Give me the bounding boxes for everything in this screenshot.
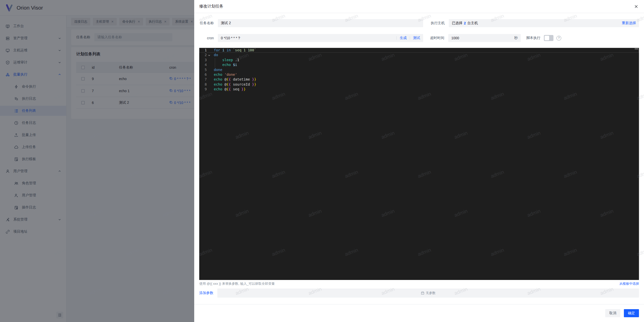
script-exec-toggle[interactable] <box>544 35 553 41</box>
code-text: echo @{{ seq }} <box>211 87 246 92</box>
fold-gutter <box>207 87 211 92</box>
timeout-unit: 秒 <box>514 36 518 40</box>
cron-generate-button[interactable]: 生成 <box>397 36 410 40</box>
indent-guide <box>215 58 215 68</box>
fold-chevron-icon[interactable] <box>207 53 211 57</box>
line-number: 8 <box>199 82 207 87</box>
code-text: done <box>211 67 222 72</box>
host-selected-suffix: 台主机 <box>467 21 478 25</box>
fold-gutter <box>207 72 211 77</box>
reselect-hosts-button[interactable]: 重新选择 <box>622 21 636 25</box>
edit-scheduled-task-modal: 修改计划任务 任务名称 测试 2 执行主机 已选择 2 台主机 重新选择 <box>194 0 644 322</box>
cron-value: 0 */10 * * * ? <box>218 36 396 40</box>
task-name-label: 任务名称 <box>199 21 214 25</box>
timeout-label: 超时时间 <box>430 36 444 40</box>
cron-test-button[interactable]: 测试 <box>410 36 423 40</box>
close-icon <box>634 5 638 8</box>
task-name-input[interactable]: 测试 2 <box>218 19 423 27</box>
line-number: 1 <box>199 48 207 53</box>
code-text: sleep .1 <box>211 58 239 62</box>
code-text: echo @{{ datetime }} <box>211 77 256 82</box>
help-icon[interactable]: ? <box>556 36 561 41</box>
empty-params-text: 无参数 <box>426 291 436 295</box>
cron-input[interactable]: 0 */10 * * * ? 生成 测试 <box>218 34 423 42</box>
line-number: 9 <box>199 87 207 92</box>
code-line-1[interactable]: 1for i in `seq 1 100` <box>199 48 639 53</box>
code-text: echo @{{ sourceId }} <box>211 82 256 87</box>
code-text: echo $i <box>211 62 237 67</box>
modal-body: 任务名称 测试 2 执行主机 已选择 2 台主机 重新选择 cron 0 */1… <box>194 13 644 304</box>
code-line-4[interactable]: 4 echo $i <box>199 62 639 67</box>
empty-params-bar: 无参数 <box>217 289 639 298</box>
line-number: 6 <box>199 72 207 77</box>
fold-gutter <box>207 62 211 67</box>
code-text: echo 'done' <box>211 72 237 77</box>
fold-gutter <box>207 58 211 62</box>
line-number: 2 <box>199 53 207 57</box>
code-line-3[interactable]: 3 sleep .1 <box>199 58 639 62</box>
code-text: do <box>211 53 218 57</box>
line-number: 4 <box>199 62 207 67</box>
code-line-9[interactable]: 9echo @{{ seq }} <box>199 87 639 92</box>
host-selected-prefix: 已选择 <box>452 21 462 25</box>
line-number: 3 <box>199 58 207 62</box>
modal-header: 修改计划任务 <box>194 0 644 13</box>
code-line-8[interactable]: 8echo @{{ sourceId }} <box>199 82 639 87</box>
param-hint-text: 使用 @{{ xxx }} 来替换参数, 输入_可以获取全部变量 <box>199 281 275 286</box>
toggle-knob <box>545 36 549 40</box>
timeout-input[interactable]: 1000 秒 <box>448 34 521 42</box>
host-selected-count: 2 <box>464 21 466 25</box>
screen: Orion Visor 工作台资产管理主机运维运维审计批量执行命令执行执行日志任… <box>0 0 644 322</box>
task-name-value: 测试 2 <box>221 21 231 25</box>
script-exec-label: 脚本执行 <box>526 36 540 40</box>
fold-gutter <box>207 48 211 53</box>
fold-gutter <box>207 67 211 72</box>
code-line-7[interactable]: 7echo @{{ datetime }} <box>199 77 639 82</box>
script-code-editor[interactable]: 1for i in `seq 1 100`2do3 sleep .14 echo… <box>199 48 639 280</box>
code-line-5[interactable]: 5done <box>199 67 639 72</box>
host-selection-box: 已选择 2 台主机 重新选择 <box>449 19 639 27</box>
editor-scrollbar-thumb[interactable] <box>635 48 638 50</box>
modal-footer: 取消 确定 <box>194 304 644 322</box>
cancel-button[interactable]: 取消 <box>605 309 620 317</box>
fold-gutter <box>207 82 211 87</box>
line-number: 7 <box>199 77 207 82</box>
code-line-2[interactable]: 2do <box>199 53 639 57</box>
exec-host-label: 执行主机 <box>430 21 445 25</box>
timeout-value: 1000 <box>451 36 514 40</box>
close-modal-button[interactable] <box>633 4 639 10</box>
empty-box-icon <box>421 291 424 295</box>
cron-label: cron <box>199 36 214 40</box>
select-from-template-link[interactable]: 从模板中选择 <box>619 281 639 286</box>
modal-title: 修改计划任务 <box>199 4 223 9</box>
add-param-button[interactable]: 添加参数 <box>199 291 213 295</box>
line-number: 5 <box>199 67 207 72</box>
confirm-button[interactable]: 确定 <box>624 309 639 317</box>
code-line-6[interactable]: 6echo 'done' <box>199 72 639 77</box>
code-text: for i in `seq 1 100` <box>211 48 256 53</box>
fold-gutter <box>207 77 211 82</box>
